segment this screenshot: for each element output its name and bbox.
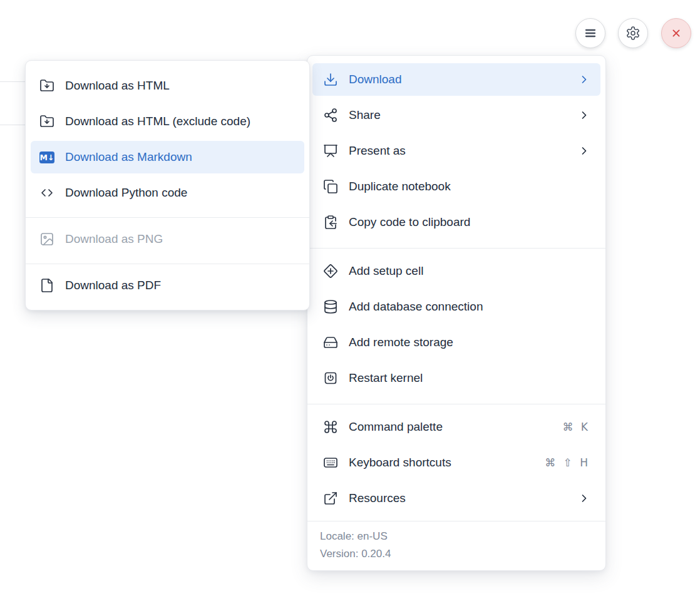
duplicate-icon — [323, 179, 338, 194]
hard-drive-icon — [323, 335, 338, 350]
image-icon — [39, 232, 54, 247]
menu-item-label: Add remote storage — [349, 336, 590, 349]
menu-divider — [307, 248, 605, 249]
menu-item-add-remote-storage[interactable]: Add remote storage — [312, 326, 600, 359]
markdown-badge-icon: M↓ — [39, 150, 54, 165]
menu-item-label: Resources — [349, 491, 567, 505]
menu-item-keyboard-shortcuts[interactable]: Keyboard shortcuts⌘ ⇧ H — [312, 446, 600, 479]
menu-item-add-database-connection[interactable]: Add database connection — [312, 290, 600, 323]
code-icon — [39, 185, 54, 200]
menu-item-label: Present as — [349, 144, 567, 158]
menu-item-label: Download — [349, 73, 567, 86]
menu-item-label: Download as HTML — [65, 79, 296, 93]
menu-toggle-button[interactable] — [575, 18, 605, 48]
menu-footer: Locale: en-US Version: 0.20.4 — [307, 521, 605, 570]
menu-item-label: Download as HTML (exclude code) — [65, 115, 296, 128]
close-button[interactable] — [661, 18, 691, 48]
menu-item-share[interactable]: Share — [312, 99, 600, 131]
settings-button[interactable] — [618, 18, 648, 48]
folder-down-icon — [39, 78, 54, 93]
chevron-right-icon — [578, 492, 590, 505]
menu-item-label: Command palette — [349, 420, 552, 434]
folder-down-icon — [39, 114, 54, 129]
menu-item-label: Download as Markdown — [65, 150, 296, 164]
notebook-menu-panel: DownloadSharePresent asDuplicate noteboo… — [307, 55, 606, 571]
menu-item-label: Download as PDF — [65, 279, 296, 292]
menu-item-resources[interactable]: Resources — [312, 482, 600, 515]
menu-item-download-as-html[interactable]: Download as HTML — [31, 69, 304, 102]
menu-item-label: Download as PNG — [65, 232, 296, 246]
menu-item-download-python-code[interactable]: Download Python code — [31, 177, 304, 209]
menu-item-copy-code-to-clipboard[interactable]: Copy code to clipboard — [312, 206, 600, 239]
page-edge-line — [0, 125, 26, 125]
menu-item-label: Add setup cell — [349, 264, 590, 278]
menu-item-label: Copy code to clipboard — [349, 215, 590, 229]
presentation-icon — [323, 143, 338, 158]
file-icon — [39, 278, 54, 293]
menu-item-present-as[interactable]: Present as — [312, 135, 600, 167]
download-submenu-items: Download as HTMLDownload as HTML (exclud… — [26, 69, 309, 305]
chevron-right-icon — [578, 109, 590, 121]
shortcut-hint: ⌘ K — [562, 421, 588, 433]
external-link-icon — [323, 491, 338, 506]
download-icon — [323, 72, 338, 87]
menu-item-label: Add database connection — [349, 300, 590, 314]
clipboard-copy-icon — [323, 215, 338, 230]
menu-item-label: Share — [349, 108, 567, 122]
page-edge-line — [0, 81, 26, 82]
power-icon — [323, 371, 338, 386]
menu-item-download-as-pdf[interactable]: Download as PDF — [31, 269, 304, 302]
share-icon — [323, 108, 338, 123]
menu-item-download-as-html-exclude-code[interactable]: Download as HTML (exclude code) — [31, 105, 304, 138]
chevron-right-icon — [578, 145, 590, 157]
menu-item-label: Restart kernel — [349, 371, 590, 385]
notebook-menu-items: DownloadSharePresent asDuplicate noteboo… — [307, 63, 605, 518]
menu-item-download-as-png: Download as PNG — [31, 223, 304, 255]
command-icon — [323, 419, 338, 434]
close-icon — [669, 26, 683, 40]
menu-item-command-palette[interactable]: Command palette⌘ K — [312, 411, 600, 443]
menu-divider — [26, 217, 309, 218]
hamburger-icon — [583, 26, 598, 41]
shortcut-hint: ⌘ ⇧ H — [545, 456, 588, 469]
keyboard-icon — [323, 455, 338, 470]
menu-item-download-as-markdown[interactable]: M↓Download as Markdown — [31, 141, 304, 173]
markdown-badge-icon: M↓ — [39, 151, 54, 163]
database-icon — [323, 299, 338, 314]
menu-item-label: Download Python code — [65, 186, 296, 200]
download-submenu-panel: Download as HTMLDownload as HTML (exclud… — [25, 60, 310, 311]
gear-icon — [625, 26, 641, 41]
menu-item-download[interactable]: Download — [312, 63, 600, 96]
chevron-right-icon — [578, 73, 590, 86]
menu-item-duplicate-notebook[interactable]: Duplicate notebook — [312, 170, 600, 203]
locale-text: Locale: en-US — [320, 528, 593, 545]
menu-item-label: Duplicate notebook — [349, 180, 590, 193]
version-text: Version: 0.20.4 — [320, 545, 593, 563]
menu-divider — [307, 404, 605, 404]
menu-item-restart-kernel[interactable]: Restart kernel — [312, 362, 600, 394]
menu-item-add-setup-cell[interactable]: Add setup cell — [312, 255, 600, 287]
diamond-plus-icon — [323, 264, 338, 279]
menu-divider — [26, 264, 309, 264]
menu-item-label: Keyboard shortcuts — [349, 456, 534, 470]
